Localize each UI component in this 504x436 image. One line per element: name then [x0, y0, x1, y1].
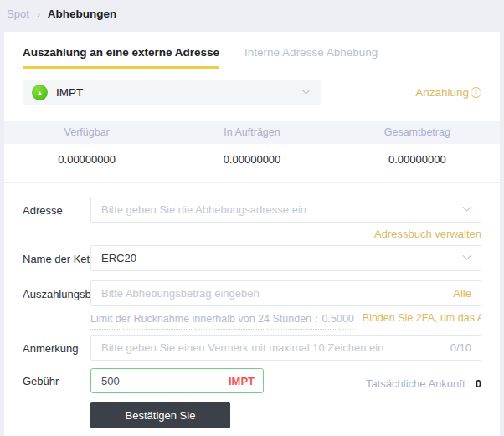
withdrawal-form: Adresse Adressbuch verwalten Name der Ke…: [4, 183, 500, 428]
breadcrumb-spot-link[interactable]: Spot: [7, 8, 29, 20]
memo-label: Anmerkung: [23, 335, 90, 355]
chain-label: Name der Kette: [23, 245, 90, 265]
balance-values-row: 0.00000000 0.00000000 0.00000000: [4, 144, 500, 174]
withdrawal-card: Auszahlung an eine externe Adresse Inter…: [4, 32, 500, 436]
address-book-row: Adressbuch verwalten: [23, 223, 481, 245]
amount-all-button[interactable]: Alle: [453, 287, 471, 300]
chevron-down-icon: [302, 85, 311, 94]
memo-input[interactable]: [90, 335, 481, 361]
limit-hint-row: Limit der Rücknahme innerhalb von 24 Stu…: [90, 312, 481, 330]
actual-arrival: Tatsächliche Ankunft: 0: [366, 372, 481, 390]
bind-2fa-link[interactable]: Binden Sie 2FA, um das Abhebungslimit zu: [363, 312, 481, 324]
coin-row: ▲ IMPT Anzahlung ›: [23, 80, 481, 105]
confirm-button[interactable]: Bestätigen Sie: [90, 402, 230, 428]
balance-total-value: 0.00000000: [335, 153, 500, 166]
limit-hint-text: Limit der Rücknahme innerhalb von 24 Stu…: [90, 312, 354, 330]
address-row: Adresse: [23, 197, 481, 223]
tab-internal-address[interactable]: Interne Adresse Abhebung: [244, 46, 378, 69]
balance-header-total: Gesamtbetrag: [335, 126, 500, 138]
balance-header-row: Verfügbar In Aufträgen Gesamtbetrag: [4, 121, 500, 144]
amount-row: Auszahlungsbetrag Alle: [23, 280, 481, 306]
memo-row: Anmerkung 0/10: [23, 335, 481, 361]
actual-arrival-value: 0: [476, 377, 481, 390]
memo-char-counter: 0/10: [450, 341, 471, 354]
coin-symbol: IMPT: [56, 86, 83, 99]
deposit-link[interactable]: Anzahlung ›: [415, 86, 481, 99]
balance-in-orders-value: 0.00000000: [169, 153, 334, 166]
breadcrumb: Spot › Abhebungen: [0, 0, 504, 20]
deposit-link-label: Anzahlung: [415, 86, 469, 99]
page-title: Abhebungen: [48, 8, 117, 20]
impt-coin-icon: ▲: [32, 85, 48, 100]
submit-row: Bestätigen Sie: [90, 402, 481, 428]
breadcrumb-chevron-icon: ›: [37, 8, 39, 20]
actual-arrival-label: Tatsächliche Ankunft:: [366, 377, 468, 390]
address-input[interactable]: [90, 197, 481, 223]
balance-available-value: 0.00000000: [4, 153, 169, 166]
fee-label: Gebühr: [23, 375, 90, 387]
balance-header-available: Verfügbar: [4, 126, 169, 138]
address-book-link[interactable]: Adressbuch verwalten: [374, 228, 481, 240]
circle-arrow-icon: ›: [471, 87, 481, 98]
chain-select[interactable]: [90, 245, 481, 271]
coin-select[interactable]: ▲ IMPT: [23, 80, 321, 105]
fee-row: Gebühr IMPT Tatsächliche Ankunft: 0: [23, 368, 481, 393]
limit-hint-value: 0.5000: [322, 313, 354, 325]
tab-external-address[interactable]: Auszahlung an eine externe Adresse: [23, 46, 219, 69]
fee-currency: IMPT: [229, 375, 255, 387]
amount-input[interactable]: [90, 280, 481, 306]
chain-row: Name der Kette: [23, 245, 481, 271]
address-label: Adresse: [23, 197, 90, 217]
amount-label: Auszahlungsbetrag: [23, 280, 90, 300]
balance-table: Verfügbar In Aufträgen Gesamtbetrag 0.00…: [4, 121, 500, 174]
tab-bar: Auszahlung an eine externe Adresse Inter…: [4, 32, 500, 69]
balance-header-in-orders: In Aufträgen: [169, 126, 334, 138]
